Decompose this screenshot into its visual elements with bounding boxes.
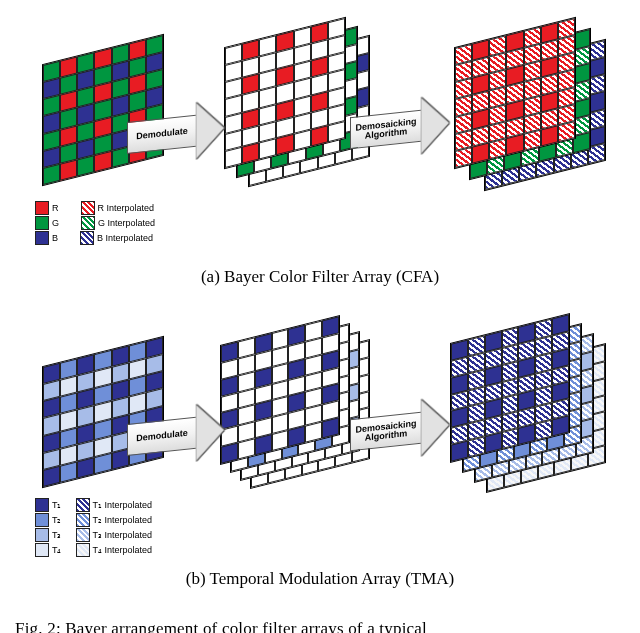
legend-t1: T₁ [52,500,62,510]
swatch-t2-icon [35,513,49,527]
arrow-demodulate-b-label: Demodulate [127,417,196,456]
arrow-head-icon [421,95,449,154]
panel-a: Demodulate Demosaicking Algorithm R R In… [15,15,625,287]
swatch-g-icon [35,216,49,230]
arrow-demodulate-b: Demodulate [127,402,224,468]
swatch-t4-interp-icon [76,543,90,557]
legend-ri: R Interpolated [98,203,155,213]
arrow-demodulate-a-label: Demodulate [127,115,196,154]
caption-a: (a) Bayer Color Filter Array (CFA) [15,267,625,287]
swatch-r-interp-icon [81,201,95,215]
swatch-t4-icon [35,543,49,557]
legend-r: R [52,203,59,213]
swatch-t3-interp-icon [76,528,90,542]
arrow-demodulate-a: Demodulate [127,100,224,166]
swatch-b-interp-icon [80,231,94,245]
arrow-demosaick-b-label: Demosaicking Algorithm [350,412,421,451]
arrow-head-icon [196,100,224,159]
legend-t2: T₂ [52,515,62,525]
legend-g: G [52,218,59,228]
swatch-t1-icon [35,498,49,512]
legend-t2i: T₂ Interpolated [93,515,153,525]
swatch-t2-interp-icon [76,513,90,527]
swatch-r-icon [35,201,49,215]
legend-b: B [52,233,58,243]
swatch-g-interp-icon [81,216,95,230]
legend-t4: T₄ [52,545,62,555]
legend-b: T₁ T₁ Interpolated T₂ T₂ Interpolated T₃… [35,497,152,558]
legend-t1i: T₁ Interpolated [93,500,153,510]
panel-b-stage: Demodulate Demosaicking Algorithm T₁ T₁ … [15,317,625,567]
arrow-demosaick-a-label: Demosaicking Algorithm [350,110,421,149]
arrow-head-icon [421,397,449,456]
legend-t4i: T₄ Interpolated [93,545,153,555]
swatch-t3-icon [35,528,49,542]
panel-b: Demodulate Demosaicking Algorithm T₁ T₁ … [15,317,625,589]
swatch-t1-interp-icon [76,498,90,512]
legend-bi: B Interpolated [97,233,153,243]
arrow-demosaick-b: Demosaicking Algorithm [350,397,449,463]
panel-a-stage: Demodulate Demosaicking Algorithm R R In… [15,15,625,265]
legend-gi: G Interpolated [98,218,155,228]
arrow-head-icon [196,402,224,461]
swatch-b-icon [35,231,49,245]
legend-t3: T₃ [52,530,62,540]
caption-b: (b) Temporal Modulation Array (TMA) [15,569,625,589]
legend-t3i: T₃ Interpolated [93,530,153,540]
arrow-demosaick-a: Demosaicking Algorithm [350,95,449,161]
figure-bottom-text: Fig. 2: Bayer arrangement of color filte… [15,619,625,633]
legend-a: R R Interpolated G G Interpolated B B In… [35,200,155,246]
